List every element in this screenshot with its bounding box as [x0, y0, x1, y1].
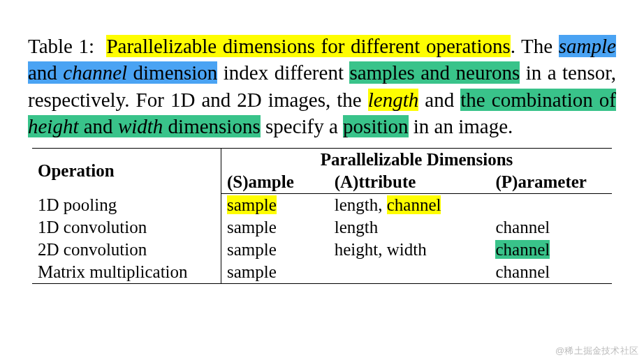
caption-text2: index different [217, 61, 349, 84]
combo3: dimensions [163, 115, 260, 137]
cell-sample: sample [221, 261, 328, 284]
parallel-dims-table: Operation Parallelizable Dimensions (S)a… [32, 148, 612, 284]
caption-text: . The [511, 35, 559, 57]
table-row: Matrix multiplication sample channel [32, 261, 612, 284]
cell-sample: sample [221, 194, 328, 217]
cell-parameter [490, 194, 612, 217]
cell-operation: 1D pooling [32, 194, 221, 217]
italic-width: width [118, 115, 163, 137]
cell-sample: sample [221, 216, 328, 239]
cell-operation: Matrix multiplication [32, 261, 221, 284]
caption-text5: in an image. [409, 115, 513, 137]
table-row: 1D convolution sample length channel [32, 216, 612, 239]
caption-title-highlight: Parallelizable dimensions for different … [106, 35, 510, 57]
highlight-channel: channel [495, 240, 550, 259]
cell-attribute: length [329, 216, 490, 239]
italic-height: height [28, 115, 79, 137]
col-operation: Operation [32, 149, 221, 194]
caption-text4: specify a [261, 115, 343, 137]
watermark: @稀土掘金技术社区 [555, 345, 638, 357]
caption-label: Table 1: [28, 35, 94, 57]
caption-and2: and [418, 89, 460, 111]
col-attribute: (A)ttribute [329, 171, 490, 194]
table-head: Operation Parallelizable Dimensions (S)a… [32, 149, 612, 194]
highlight-sample: sample [227, 195, 277, 214]
combo2: and [79, 115, 118, 137]
cell-attribute [329, 261, 490, 284]
highlight-length: length [368, 89, 419, 111]
cell-operation: 1D convolution [32, 216, 221, 239]
combo1: the combination of [460, 89, 616, 111]
caption-and1: and [28, 61, 63, 84]
highlight-channel: channel [387, 195, 441, 214]
table-body: 1D pooling sample length, channel 1D con… [32, 194, 612, 284]
col-parameter: (P)arameter [490, 171, 612, 194]
cell-parameter: channel [490, 216, 612, 239]
highlight-position: position [343, 115, 408, 137]
table-row: 2D convolution sample height, width chan… [32, 239, 612, 261]
cell-operation: 2D convolution [32, 239, 221, 261]
col-parallel-dims: Parallelizable Dimensions [221, 149, 612, 172]
col-sample: (S)ample [221, 171, 328, 194]
dimension-word: dimension [127, 61, 217, 84]
cell-attribute: length, channel [329, 194, 490, 217]
cell-parameter: channel [490, 261, 612, 284]
highlight-samples-neurons: samples and neurons [349, 61, 520, 84]
cell-attribute: height, width [329, 239, 490, 261]
cell-sample: sample [221, 239, 328, 261]
table-row: 1D pooling sample length, channel [32, 194, 612, 217]
page: Table 1: Parallelizable dimensions for d… [0, 0, 644, 284]
attr-pre: length, [335, 195, 387, 214]
table-caption: Table 1: Parallelizable dimensions for d… [28, 33, 616, 140]
italic-sample: sample [559, 35, 616, 57]
cell-parameter: channel [490, 239, 612, 261]
italic-channel: channel [63, 61, 127, 84]
